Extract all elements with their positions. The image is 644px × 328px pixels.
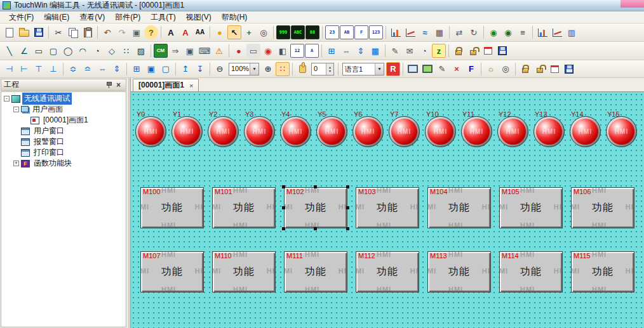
lamp-Y1[interactable]: Y1HMI (171, 110, 203, 148)
lamp-Y11[interactable]: Y11HMI (461, 110, 493, 148)
menu-item[interactable]: 视图(V) (181, 11, 217, 24)
lamp-Y10[interactable]: Y10HMI (425, 110, 457, 148)
store-icon[interactable] (495, 44, 509, 58)
static-text-icon[interactable]: AB (340, 25, 354, 39)
sub-window-icon[interactable]: ⊞ (325, 44, 339, 58)
same-height-icon[interactable]: ⇕ (110, 62, 124, 76)
help-icon[interactable]: ? (144, 25, 158, 39)
ascii-display-icon[interactable]: ABC (291, 25, 305, 39)
polygon-tool-icon[interactable]: ◇ (105, 44, 119, 58)
font-icon[interactable]: A (164, 25, 178, 39)
function-button-M106[interactable]: M106HMIHMIHMIHMI功能 (571, 187, 634, 228)
indicator-lamp-icon[interactable]: ● (232, 44, 246, 58)
lamp-Y13[interactable]: Y13HMI (533, 110, 565, 148)
zoom-level-combo[interactable]: 100%▾ (229, 63, 259, 75)
data-input-icon[interactable]: 123 (369, 25, 383, 39)
led-display-icon[interactable]: 88 (305, 25, 319, 39)
lamp-Y15[interactable]: Y15HMI (606, 110, 638, 148)
column-chart-icon[interactable] (535, 25, 549, 39)
chevron-down-icon[interactable]: ▾ (250, 63, 258, 75)
function-button-M113[interactable]: M113HMIHMIHMIHMI功能 (427, 251, 491, 292)
lamp-Y5[interactable]: Y5HMI (316, 110, 348, 148)
copy-icon[interactable] (66, 25, 80, 39)
align-bottom-icon[interactable]: ⊥ (46, 62, 60, 76)
clear-icon[interactable]: × (450, 62, 464, 76)
function-button-M114[interactable]: M114HMIHMIHMIHMI功能 (499, 251, 563, 292)
pan-tool-icon[interactable]: + (242, 25, 256, 39)
segment-display-icon[interactable]: 999 (276, 25, 290, 39)
com-device-icon[interactable]: ≡ (516, 25, 530, 39)
spinner-arrows-icon[interactable]: ▴▾ (326, 63, 333, 75)
panel-close-icon[interactable] (114, 81, 123, 89)
z-layer-icon[interactable]: z (432, 44, 446, 58)
function-button-M104[interactable]: M104HMIHMIHMIHMI功能 (427, 187, 491, 228)
search-icon[interactable]: ◎ (499, 62, 513, 76)
open-folder-icon[interactable] (17, 25, 31, 39)
center-horizontal-icon[interactable]: ≎ (66, 62, 80, 76)
macro-frame-icon[interactable]: ▣ (130, 25, 144, 39)
font-size-icon[interactable]: AA (193, 25, 207, 39)
function-button-M112[interactable]: M112HMIHMIHMIHMI功能 (356, 251, 419, 292)
title-bar[interactable]: TouchWin 编辑工具 - 无线通讯调试 - [00001]画面1 (0, 0, 644, 11)
menu-item[interactable]: 查看(V) (74, 11, 110, 24)
note-book-icon[interactable]: ✎ (388, 44, 402, 58)
ungroup-icon[interactable]: ▢ (159, 62, 173, 76)
tree-expander-icon[interactable]: - (4, 96, 10, 102)
save-icon[interactable] (32, 25, 46, 39)
tree-item[interactable]: 打印窗口 (1, 147, 126, 158)
tree-expander-icon[interactable]: + (13, 161, 19, 166)
build-icon[interactable]: ☼ (484, 62, 498, 76)
lamp-Y0[interactable]: Y0HMI (135, 110, 167, 148)
redo-icon[interactable]: ↷ (115, 25, 129, 39)
grid-toggle-icon[interactable]: ∷ (276, 62, 290, 76)
push-button-icon[interactable]: ▭ (246, 44, 260, 58)
curve-chart-icon[interactable] (550, 25, 564, 39)
move-animation-icon[interactable]: ⇄ (452, 25, 466, 39)
arc-tool-icon[interactable]: ◠ (76, 44, 90, 58)
menu-item[interactable]: 编辑(E) (39, 11, 74, 24)
upload-protect-icon[interactable] (533, 62, 547, 76)
roundrect-tool-icon[interactable]: ▢ (46, 44, 60, 58)
selection-handle[interactable] (282, 185, 285, 188)
clock-config-icon[interactable] (547, 62, 561, 76)
rect-tool-icon[interactable]: ▭ (32, 44, 46, 58)
selection-handle[interactable] (282, 206, 285, 209)
bring-front-icon[interactable]: ↥ (178, 62, 192, 76)
group-icon[interactable]: ▣ (144, 62, 158, 76)
center-vertical-icon[interactable]: ≏ (81, 62, 95, 76)
ellipse-tool-icon[interactable]: ◯ (61, 44, 75, 58)
menu-item[interactable]: 部件(P) (110, 11, 145, 24)
function-button-M103[interactable]: M103HMIHMIHMIHMI功能 (356, 187, 419, 228)
schedule-icon[interactable] (481, 44, 495, 58)
modify-icon[interactable]: ✎ (435, 62, 449, 76)
numeric-display-icon[interactable]: 12 (290, 44, 304, 58)
fill-tool-icon[interactable]: ▨ (134, 44, 148, 58)
state-spinner[interactable]: 0▴▾ (311, 63, 334, 75)
download-protect-icon[interactable] (518, 62, 532, 76)
lamp-Y3[interactable]: Y3HMI (244, 110, 276, 148)
selection-handle[interactable] (346, 227, 349, 230)
tree-item[interactable]: 报警窗口 (1, 136, 126, 147)
undo-icon[interactable]: ↶ (100, 25, 114, 39)
language-combo[interactable]: 语言1▾ (342, 63, 384, 75)
tree-item[interactable]: -无线通讯调试 (1, 93, 126, 104)
data-grid-icon[interactable]: ▦ (368, 44, 382, 58)
align-left-icon[interactable]: ⊣ (3, 62, 17, 76)
chevron-down-icon[interactable]: ▾ (375, 63, 384, 75)
function-button-M101[interactable]: M101HMIHMIHMIHMI功能 (212, 187, 276, 228)
decrypt-icon[interactable] (466, 44, 480, 58)
cm-block-icon[interactable]: CM (154, 44, 168, 58)
function-button-M100[interactable]: M100HMIHMIHMIHMI功能 (140, 187, 204, 228)
v-slider-icon[interactable]: ⇕ (354, 44, 368, 58)
function-key-icon[interactable]: F (354, 25, 368, 39)
same-size-icon[interactable]: ⊞ (130, 62, 144, 76)
language-r-button[interactable]: R (386, 62, 400, 76)
screen-canvas[interactable]: Y0HMIY1HMIY2HMIY3HMIY4HMIY5HMIY6HMIY7HMI… (131, 92, 644, 328)
h-slider-icon[interactable]: ⇔ (339, 44, 353, 58)
lamp-Y6[interactable]: Y6HMI (352, 110, 384, 148)
lamp-Y12[interactable]: Y12HMI (497, 110, 529, 148)
tab-close-icon[interactable] (189, 82, 193, 89)
sector-tool-icon[interactable]: ◔ (90, 44, 104, 58)
tree-item[interactable]: +F函数功能块 (1, 158, 126, 169)
static-lamp-icon[interactable]: ● (213, 25, 227, 39)
